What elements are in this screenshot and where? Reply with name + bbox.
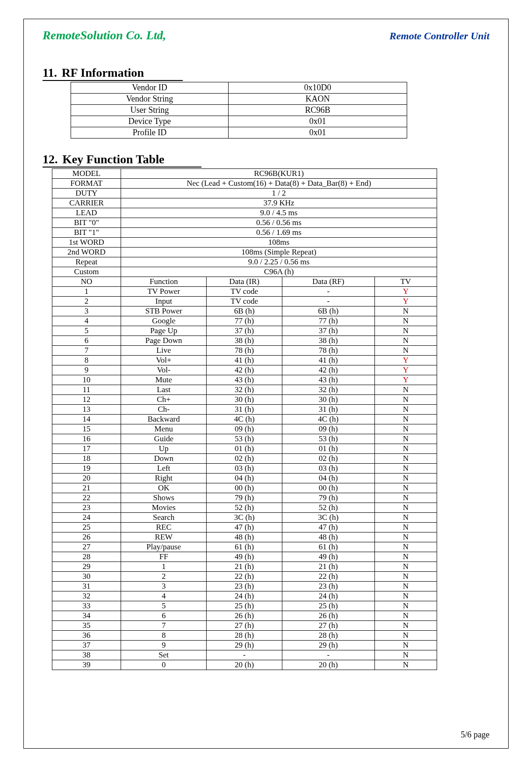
rf-label-cell: Vendor ID (71, 82, 229, 94)
key-cell-fn: 0 (121, 660, 207, 670)
key-cell-tv: N (374, 493, 437, 503)
key-cell-rf: 25 (h) (282, 601, 374, 611)
key-meta-row: MODELRC96B(KUR1) (52, 169, 437, 179)
key-cell-ir: 22 (h) (207, 572, 282, 582)
key-cell-tv: N (374, 532, 437, 542)
key-data-row: 31323 (h)23 (h)N (52, 582, 437, 591)
key-cell-rf: 21 (h) (282, 562, 374, 572)
key-cell-ir: 43 (h) (207, 375, 282, 385)
key-cell-no: 13 (52, 405, 121, 415)
key-cell-fn: Down (121, 454, 207, 464)
key-cell-tv: N (374, 326, 437, 336)
key-cell-no: 21 (52, 483, 121, 493)
key-cell-tv: N (374, 523, 437, 532)
key-cell-no: 39 (52, 660, 121, 670)
key-cell-rf: 49 (h) (282, 552, 374, 562)
key-cell-rf: 27 (h) (282, 621, 374, 631)
key-meta-value: 108ms (Simple Repeat) (121, 248, 437, 257)
key-cell-tv: N (374, 660, 437, 670)
key-cell-rf: 53 (h) (282, 434, 374, 444)
key-data-row: 35727 (h)27 (h)N (52, 621, 437, 631)
key-cell-fn: 6 (121, 611, 207, 621)
rf-table-row: Device Type0x01 (71, 116, 407, 127)
key-cell-rf: 79 (h) (282, 493, 374, 503)
rf-info-table: Vendor ID0x10D0Vendor StringKAONUser Str… (71, 82, 407, 139)
key-cell-no: 22 (52, 493, 121, 503)
key-cell-fn: Mute (121, 375, 207, 385)
key-cell-rf: 04 (h) (282, 474, 374, 483)
key-cell-no: 30 (52, 572, 121, 582)
key-cell-no: 37 (52, 641, 121, 650)
key-cell-rf: 22 (h) (282, 572, 374, 582)
key-cell-ir: 30 (h) (207, 395, 282, 405)
key-data-row: 9Vol-42 (h)42 (h)Y (52, 365, 437, 375)
key-column-header: TV (374, 277, 437, 287)
key-data-row: 25REC47 (h)47 (h)N (52, 523, 437, 532)
key-cell-rf: 47 (h) (282, 523, 374, 532)
key-cell-rf: 01 (h) (282, 444, 374, 454)
key-cell-no: 10 (52, 375, 121, 385)
key-cell-fn: Vol- (121, 365, 207, 375)
key-cell-tv: N (374, 582, 437, 591)
key-cell-ir: 48 (h) (207, 532, 282, 542)
key-cell-tv: Y (374, 297, 437, 306)
key-data-row: 15Menu09 (h)09 (h)N (52, 424, 437, 434)
key-cell-ir: 49 (h) (207, 552, 282, 562)
key-cell-no: 28 (52, 552, 121, 562)
key-data-row: 28FF49 (h)49 (h)N (52, 552, 437, 562)
product-name: Remote Controller Unit (389, 30, 489, 42)
rf-label-cell: Device Type (71, 116, 229, 127)
key-data-row: 33525 (h)25 (h)N (52, 601, 437, 611)
key-cell-no: 35 (52, 621, 121, 631)
key-cell-ir: 09 (h) (207, 424, 282, 434)
key-data-row: 7Live78 (h)78 (h)N (52, 346, 437, 356)
key-meta-label: BIT "0" (52, 218, 121, 228)
key-data-row: 4Google77 (h)77 (h)N (52, 316, 437, 326)
key-cell-rf: 28 (h) (282, 631, 374, 641)
section-key-number: 12. (43, 153, 58, 166)
key-data-row: 27Play/pause61 (h)61 (h)N (52, 542, 437, 552)
key-cell-tv: N (374, 562, 437, 572)
key-cell-no: 15 (52, 424, 121, 434)
key-cell-ir: 79 (h) (207, 493, 282, 503)
key-cell-no: 18 (52, 454, 121, 464)
key-cell-tv: N (374, 572, 437, 582)
page-footer: 5/6 page (461, 730, 489, 740)
key-cell-rf: - (282, 297, 374, 306)
key-cell-no: 17 (52, 444, 121, 454)
key-cell-tv: N (374, 601, 437, 611)
key-meta-row: 1st WORD108ms (52, 238, 437, 248)
key-cell-fn: 2 (121, 572, 207, 582)
key-column-header: NO (52, 277, 121, 287)
key-cell-fn: Backward (121, 415, 207, 424)
rf-value-cell: RC96B (229, 105, 407, 116)
key-cell-ir: 01 (h) (207, 444, 282, 454)
key-cell-fn: Right (121, 474, 207, 483)
key-cell-tv: N (374, 641, 437, 650)
key-cell-tv: Y (374, 365, 437, 375)
key-cell-fn: 9 (121, 641, 207, 650)
key-column-header: Data (IR) (207, 277, 282, 287)
key-cell-rf: 03 (h) (282, 464, 374, 474)
key-cell-fn: OK (121, 483, 207, 493)
key-meta-row: CARRIER37.9 KHz (52, 198, 437, 208)
key-cell-rf: 23 (h) (282, 582, 374, 591)
key-meta-row: BIT "0"0.56 / 0.56 ms (52, 218, 437, 228)
key-cell-ir: 03 (h) (207, 464, 282, 474)
key-cell-tv: N (374, 415, 437, 424)
rf-label-cell: Profile ID (71, 127, 229, 139)
key-meta-label: CARRIER (52, 198, 121, 208)
key-meta-label: Custom (52, 267, 121, 277)
key-data-row: 16Guide53 (h)53 (h)N (52, 434, 437, 444)
key-data-row: 5Page Up37 (h)37 (h)N (52, 326, 437, 336)
key-cell-tv: N (374, 503, 437, 513)
key-cell-ir: 37 (h) (207, 326, 282, 336)
key-cell-no: 36 (52, 631, 121, 641)
key-cell-no: 19 (52, 464, 121, 474)
key-cell-tv: N (374, 424, 437, 434)
section-rf-title: RF Information (62, 66, 144, 80)
key-cell-tv: N (374, 306, 437, 316)
key-column-header-row: NOFunctionData (IR)Data (RF)TV (52, 277, 437, 287)
key-meta-value: 1 / 2 (121, 189, 437, 198)
key-data-row: 23Movies52 (h)52 (h)N (52, 503, 437, 513)
